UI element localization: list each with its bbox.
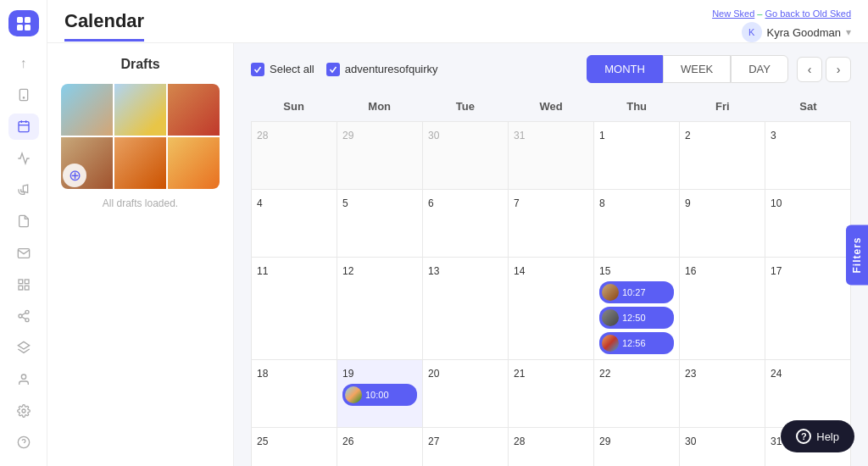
cal-event-15-1[interactable]: 10:27 xyxy=(599,281,674,303)
table-row: 27 xyxy=(423,428,509,466)
select-all-filter[interactable]: Select all xyxy=(251,63,314,76)
table-row: 22 xyxy=(594,360,680,428)
day-header-sun: Sun xyxy=(251,95,337,118)
filters-tab[interactable]: Filters xyxy=(846,225,868,285)
draft-cell-1[interactable] xyxy=(61,84,113,136)
svg-point-5 xyxy=(23,97,24,98)
layers-icon[interactable] xyxy=(8,335,39,361)
draft-cell-2[interactable] xyxy=(114,84,166,136)
table-row: 30 xyxy=(680,428,765,466)
svg-rect-6 xyxy=(19,122,29,132)
nav-arrows: ‹ › xyxy=(797,57,851,82)
event-avatar xyxy=(602,309,619,326)
cal-controls: Select all adventuresofquirky MONTH WEEK… xyxy=(251,55,851,83)
svg-rect-3 xyxy=(25,25,31,31)
day-header-mon: Mon xyxy=(337,95,422,118)
day-header-wed: Wed xyxy=(508,95,593,118)
settings-icon[interactable] xyxy=(8,397,39,424)
table-row: 26 xyxy=(337,428,423,466)
day-header-tue: Tue xyxy=(422,95,508,118)
help-circle-icon: ? xyxy=(796,429,811,444)
table-row: 28 xyxy=(252,122,337,190)
account-checkbox[interactable] xyxy=(326,63,340,76)
table-row: 2 xyxy=(680,122,765,190)
table-row: 15 10:27 12:50 12:56 xyxy=(594,258,680,360)
event-avatar xyxy=(602,335,619,352)
event-time: 10:27 xyxy=(622,287,646,297)
go-back-text[interactable]: Go back to Old Sked xyxy=(765,8,852,19)
table-row: 17 xyxy=(765,258,851,360)
event-time: 12:50 xyxy=(622,313,646,323)
avatar: K xyxy=(742,22,762,42)
table-row: 16 xyxy=(680,258,765,360)
chevron-down-icon: ▾ xyxy=(846,26,851,38)
svg-rect-1 xyxy=(25,17,31,23)
upload-icon[interactable]: ↑ xyxy=(8,50,39,76)
document-icon[interactable] xyxy=(8,208,39,235)
add-draft-button[interactable]: ⊕ xyxy=(63,164,86,187)
day-view-button[interactable]: DAY xyxy=(731,55,788,83)
day-header-fri: Fri xyxy=(680,95,765,118)
new-sked-text: New Sked xyxy=(712,8,754,19)
table-row: 12 xyxy=(337,258,423,360)
select-all-checkbox[interactable] xyxy=(251,63,264,76)
table-row: 9 xyxy=(680,190,765,258)
help-sidebar-icon[interactable] xyxy=(8,430,39,456)
draft-cell-3[interactable] xyxy=(168,84,220,136)
grid-icon[interactable] xyxy=(8,271,39,297)
topbar-right: New Sked – Go back to Old Sked K Kyra Go… xyxy=(712,8,851,42)
help-button[interactable]: ? Help xyxy=(781,420,854,452)
share-icon[interactable] xyxy=(8,303,39,330)
calendar-icon[interactable] xyxy=(8,114,39,140)
new-sked-link[interactable]: New Sked – Go back to Old Sked xyxy=(712,8,851,19)
drafts-panel: Drafts ⊕ xyxy=(47,43,234,466)
table-row: 31 xyxy=(509,122,594,190)
event-avatar xyxy=(345,386,362,403)
svg-point-21 xyxy=(21,374,25,379)
table-row: 25 xyxy=(252,428,337,466)
user-name: Kyra Goodman xyxy=(767,26,841,39)
topbar-left: Calendar xyxy=(64,10,144,42)
content: Drafts ⊕ xyxy=(47,43,868,466)
phone-icon[interactable] xyxy=(8,82,39,108)
cal-event-15-2[interactable]: 12:50 xyxy=(599,307,674,329)
next-arrow[interactable]: › xyxy=(826,57,851,82)
table-row: 13 xyxy=(423,258,509,360)
month-view-button[interactable]: MONTH xyxy=(587,55,663,83)
day-header-thu: Thu xyxy=(594,95,680,118)
person-icon[interactable] xyxy=(8,366,39,392)
table-row: 23 xyxy=(680,360,765,428)
day-header-sat: Sat xyxy=(765,95,851,118)
week-view-button[interactable]: WEEK xyxy=(663,55,731,83)
svg-rect-11 xyxy=(19,280,23,284)
table-row: 4 xyxy=(252,190,337,258)
account-filter[interactable]: adventuresofquirky xyxy=(326,63,438,76)
chart-icon[interactable] xyxy=(8,145,39,171)
svg-point-16 xyxy=(19,314,22,318)
drafts-grid: ⊕ xyxy=(61,84,220,189)
app-logo[interactable] xyxy=(8,10,39,36)
svg-rect-2 xyxy=(17,25,23,31)
svg-line-18 xyxy=(21,317,25,319)
topbar: Calendar New Sked – Go back to Old Sked … xyxy=(47,0,868,43)
table-row: 14 xyxy=(509,258,594,360)
cal-header-row: Sun Mon Tue Wed Thu Fri Sat xyxy=(251,95,851,118)
select-all-label: Select all xyxy=(270,63,314,75)
drafts-loaded-text: All drafts loaded. xyxy=(61,197,220,209)
svg-line-19 xyxy=(21,313,25,316)
draft-cell-6[interactable] xyxy=(168,137,220,189)
cal-event-19-1[interactable]: 10:00 xyxy=(342,384,417,406)
table-row: 29 xyxy=(337,122,423,190)
user-info[interactable]: K Kyra Goodman ▾ xyxy=(742,22,851,42)
prev-arrow[interactable]: ‹ xyxy=(797,57,822,82)
draft-cell-5[interactable] xyxy=(114,137,166,189)
page-title: Calendar xyxy=(64,10,144,42)
cal-event-15-3[interactable]: 12:56 xyxy=(599,332,674,354)
svg-point-17 xyxy=(25,319,29,322)
svg-rect-13 xyxy=(19,286,23,290)
cal-filters: Select all adventuresofquirky xyxy=(251,63,438,76)
megaphone-icon[interactable] xyxy=(8,176,39,202)
cal-grid: Sun Mon Tue Wed Thu Fri Sat 28 29 30 31 … xyxy=(251,95,851,466)
svg-rect-0 xyxy=(17,17,23,23)
mail-icon[interactable] xyxy=(8,240,39,266)
